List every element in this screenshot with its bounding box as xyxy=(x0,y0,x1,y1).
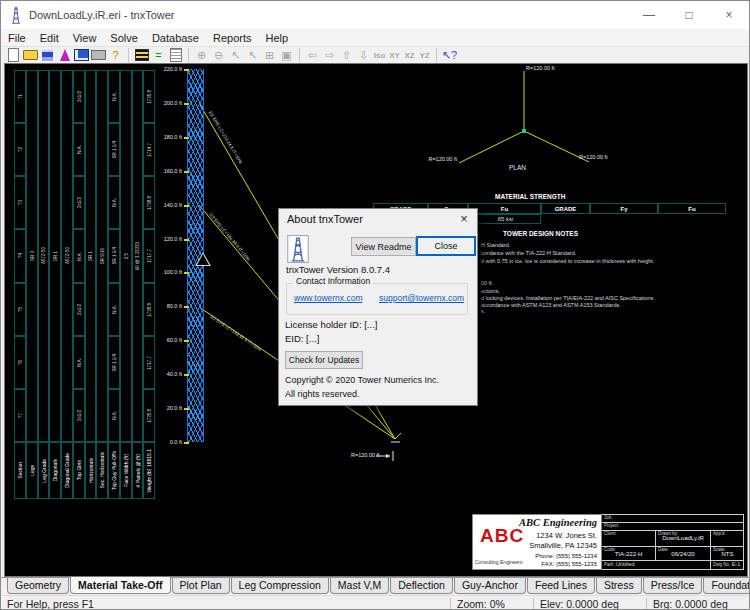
takeoff-column-label: Section xyxy=(14,442,26,499)
equals-icon[interactable]: = xyxy=(150,48,167,63)
takeoff-column-label: # Panels @ (ft) xyxy=(132,442,143,499)
check-updates-button[interactable]: Check for Updates xyxy=(285,351,363,369)
material-strength-title: MATERIAL STRENGTH xyxy=(495,193,566,200)
tab-foundation[interactable]: Foundation xyxy=(703,578,750,594)
elevation-tick xyxy=(184,272,189,274)
dialog-title: About tnxTower xyxy=(287,213,363,225)
app-window: DownLoadLy.iR.eri - tnxTower — □ × FileE… xyxy=(0,0,750,610)
context-help-icon[interactable]: ↖? xyxy=(441,48,458,63)
new-icon[interactable] xyxy=(5,48,22,63)
menu-database[interactable]: Database xyxy=(145,32,206,44)
dialog-close-icon[interactable]: × xyxy=(453,209,475,228)
status-zoom: Zoom: 0% xyxy=(450,598,533,610)
tab-feed-lines[interactable]: Feed Lines xyxy=(527,578,595,594)
toolbar: ?=⊕⊖↖↖⊞▣⇦⇨⇧⇩IsoXYXZYZ↖? xyxy=(1,47,749,63)
takeoff-cell: 1738.8 xyxy=(143,283,155,336)
elevation-tick xyxy=(184,374,189,376)
tab-deflection[interactable]: Deflection xyxy=(390,578,453,594)
strength-header-cell: Fu xyxy=(468,203,541,214)
view-iso-button: Iso xyxy=(372,48,387,63)
client-label: Client: xyxy=(604,531,653,536)
dwg-no-value: E-1 xyxy=(732,561,741,567)
close-dialog-button[interactable]: Close xyxy=(416,236,476,256)
takeoff-cell: N.A. xyxy=(73,123,85,176)
view-yz-button: YZ xyxy=(417,48,432,63)
plan-radius-left-label: R=120.00 ft xyxy=(413,156,457,162)
tab-leg-compression[interactable]: Leg Compression xyxy=(231,578,329,594)
elevation-tick xyxy=(184,408,189,410)
takeoff-column-label: Horizontals xyxy=(85,442,96,499)
takeoff-cell: SR 1 1/4 xyxy=(108,229,120,283)
takeoff-column-label: Top Guy Pull-Offs xyxy=(108,442,120,499)
elevation-label: 160.0 ft xyxy=(152,168,182,174)
path-value: Untitled xyxy=(616,561,635,567)
elevation-tick xyxy=(184,340,189,342)
elevation-label: 200.0 ft xyxy=(152,100,182,106)
status-message: For Help, press F1 xyxy=(1,598,450,610)
save-icon[interactable] xyxy=(39,48,56,63)
strength-header-cell: GRADE xyxy=(541,203,590,214)
design-note-line: s. xyxy=(481,308,485,314)
takeoff-cell: 2x1/2 xyxy=(73,70,85,123)
menu-edit[interactable]: Edit xyxy=(33,32,66,44)
design-note-line: 00 ft xyxy=(481,280,492,286)
tab-mast-v-m[interactable]: Mast V,M xyxy=(330,578,389,594)
takeoff-cell: 1717.7 xyxy=(143,229,155,283)
print-icon[interactable] xyxy=(90,48,107,63)
title-block-info-panel: Job: Project: Client: Drawn by:DownLoadL… xyxy=(602,514,744,570)
tab-geometry[interactable]: Geometry xyxy=(7,578,69,594)
select-add-icon: ↖ xyxy=(227,48,244,63)
firm-phone: Phone: (555) 555-1234 xyxy=(535,553,597,559)
elevation-tick xyxy=(184,442,189,444)
takeoff-cell: T2 xyxy=(14,123,26,176)
menu-view[interactable]: View xyxy=(66,32,104,44)
title-block-logo-panel: ABC Consulting Engineers ABC Engineering… xyxy=(472,514,602,570)
takeoff-cell: SR 3 xyxy=(26,70,38,442)
close-button[interactable]: × xyxy=(709,1,749,29)
zoom-out-icon: ⊖ xyxy=(210,48,227,63)
tab-stress[interactable]: Stress xyxy=(596,578,642,594)
open-icon[interactable] xyxy=(22,48,39,63)
takeoff-cell: 1735.8 xyxy=(143,70,155,123)
takeoff-cell: T1 xyxy=(14,70,26,123)
tab-material-take-off[interactable]: Material Take-Off xyxy=(70,577,170,594)
elevation-tick xyxy=(184,69,189,71)
about-dialog: About tnxTower × View Readme Close tnxTo… xyxy=(278,208,478,406)
tab-guy-anchor[interactable]: Guy-Anchor xyxy=(454,578,526,594)
menu-solve[interactable]: Solve xyxy=(103,32,145,44)
tab-strip: GeometryMaterial Take-OffPlot PlanLeg Co… xyxy=(1,577,749,595)
menu-reports[interactable]: Reports xyxy=(206,32,259,44)
takeoff-cell: N.A. xyxy=(73,229,85,283)
design-note-line: ections. xyxy=(481,288,500,294)
tab-plot-plan[interactable]: Plot Plan xyxy=(172,578,230,594)
image-icon[interactable] xyxy=(73,48,90,63)
minimize-button[interactable]: — xyxy=(629,1,669,29)
website-link[interactable]: www.towernx.com xyxy=(294,293,363,303)
plan-title: PLAN xyxy=(509,164,526,171)
toolbar-separator xyxy=(436,48,437,62)
tnx-model-icon[interactable] xyxy=(56,48,73,63)
dialog-title-bar[interactable]: About tnxTower × xyxy=(279,209,477,229)
report-icon[interactable] xyxy=(167,48,184,63)
elevation-tick xyxy=(184,239,189,241)
toolbar-separator xyxy=(188,48,189,62)
status-bearing: Brg: 0.0000 deg xyxy=(646,598,749,610)
design-note-line: accordance with ASTM A123 and ASTM A153 … xyxy=(481,302,621,308)
support-email-link[interactable]: support@towernx.com xyxy=(379,293,464,303)
plan-radius-top-label: R=120.00 ft xyxy=(526,65,555,71)
menu-help[interactable]: Help xyxy=(259,32,296,44)
select-remove-icon: ↖ xyxy=(244,48,261,63)
rotate-down-icon: ⇩ xyxy=(355,48,372,63)
help-icon[interactable]: ? xyxy=(107,48,124,63)
design-note-line: d with 0.75 in ice. Ice is considered to… xyxy=(481,258,654,264)
abc-logo: ABC xyxy=(480,525,524,547)
takeoff-column-label: Diagonals xyxy=(49,442,61,499)
license-holder-text: License holder ID: [...] xyxy=(285,319,377,330)
maximize-button[interactable]: □ xyxy=(669,1,709,29)
view-readme-button[interactable]: View Readme xyxy=(351,237,416,256)
input-grid-icon[interactable] xyxy=(133,48,150,63)
menu-file[interactable]: File xyxy=(1,32,33,44)
tab-press-ice[interactable]: Press/Ice xyxy=(643,578,703,594)
design-note-line: H Standard. xyxy=(481,242,510,248)
drawn-by-value: DownLoadLy.iR xyxy=(658,535,708,541)
